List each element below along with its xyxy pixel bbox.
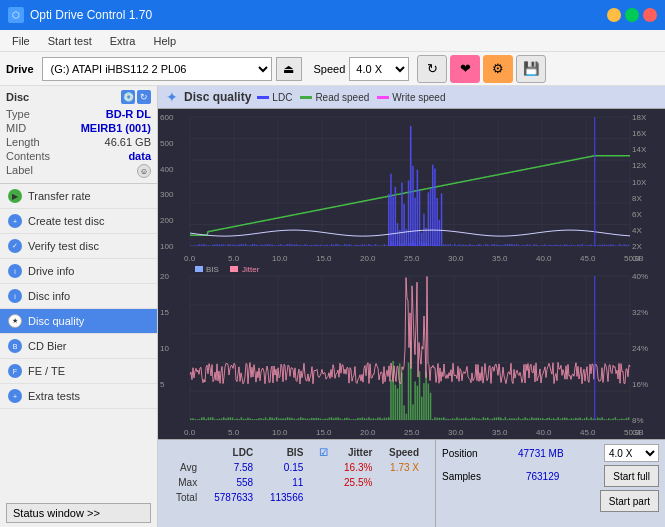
minimize-button[interactable]: –	[607, 8, 621, 22]
total-label: Total	[168, 491, 203, 504]
legend-write-color	[377, 96, 389, 99]
nav-disc-info[interactable]: i Disc info	[0, 284, 157, 309]
toolbar: Drive (G:) ATAPI iHBS112 2 PL06 ⏏ Speed …	[0, 52, 665, 86]
disc-refresh-icon[interactable]: ↻	[137, 90, 151, 104]
color-button[interactable]: ❤	[450, 55, 480, 83]
nav-verify-test-disc[interactable]: ✓ Verify test disc	[0, 234, 157, 259]
contents-value: data	[128, 150, 151, 162]
close-button[interactable]: ✕	[643, 8, 657, 22]
bis-jitter-chart	[158, 264, 665, 438]
speed-label: Speed	[314, 63, 346, 75]
type-value: BD-R DL	[106, 108, 151, 120]
menu-help[interactable]: Help	[145, 33, 184, 49]
settings-button[interactable]: ⚙	[483, 55, 513, 83]
drive-select[interactable]: (G:) ATAPI iHBS112 2 PL06	[42, 57, 272, 81]
nav-fe-te[interactable]: F FE / TE	[0, 359, 157, 384]
disc-quality-header: ✦ Disc quality LDC Read speed Write spee…	[158, 86, 665, 109]
app-title: Opti Drive Control 1.70	[30, 8, 152, 22]
label-icon: ☺	[137, 164, 151, 178]
samples-label: Samples	[442, 471, 481, 482]
disc-section-title: Disc	[6, 91, 29, 103]
max-jitter: 25.5%	[336, 476, 379, 489]
disc-label-label: Label	[6, 164, 33, 178]
nav-extra-tests[interactable]: + Extra tests	[0, 384, 157, 409]
total-ldc: 5787633	[205, 491, 259, 504]
start-full-button[interactable]: Start full	[604, 465, 659, 487]
drive-label: Drive	[6, 63, 34, 75]
menu-extra[interactable]: Extra	[102, 33, 144, 49]
total-bis: 113566	[261, 491, 309, 504]
avg-label: Avg	[168, 461, 203, 474]
dq-icon: ✦	[166, 89, 178, 105]
menu-bar: File Start test Extra Help	[0, 30, 665, 52]
nav-drive-info[interactable]: i Drive info	[0, 259, 157, 284]
chart-area	[158, 109, 665, 439]
nav-label-verify: Verify test disc	[28, 240, 99, 252]
disc-section: Disc 💿 ↻ Type BD-R DL MID MEIRB1 (001) L…	[0, 86, 157, 184]
refresh-button[interactable]: ↻	[417, 55, 447, 83]
col-jitter: Jitter	[336, 446, 379, 459]
nav-icon-extra: +	[8, 389, 22, 403]
stats-table: LDC BIS ☑ Jitter Speed Avg 7.58 0.15	[166, 444, 427, 506]
legend-read-color	[300, 96, 312, 99]
speed-right-select[interactable]: 4.0 X	[604, 444, 659, 462]
stats-left: LDC BIS ☑ Jitter Speed Avg 7.58 0.15	[158, 440, 435, 527]
length-label: Length	[6, 136, 40, 148]
nav-label-quality: Disc quality	[28, 315, 84, 327]
title-bar: ⬡ Opti Drive Control 1.70 – □ ✕	[0, 0, 665, 30]
nav-label-transfer: Transfer rate	[28, 190, 91, 202]
nav-label-drive: Drive info	[28, 265, 74, 277]
legend-ldc-color	[257, 96, 269, 99]
nav-icon-transfer: ▶	[8, 189, 22, 203]
max-ldc: 558	[205, 476, 259, 489]
nav-icon-fe-te: F	[8, 364, 22, 378]
menu-file[interactable]: File	[4, 33, 38, 49]
position-label: Position	[442, 448, 478, 459]
contents-label: Contents	[6, 150, 50, 162]
col-speed: Speed	[380, 446, 425, 459]
type-label: Type	[6, 108, 30, 120]
speed-select[interactable]: 4.0 X	[349, 57, 409, 81]
nav-icon-drive: i	[8, 264, 22, 278]
nav-icon-disc: i	[8, 289, 22, 303]
length-value: 46.61 GB	[105, 136, 151, 148]
maximize-button[interactable]: □	[625, 8, 639, 22]
save-button[interactable]: 💾	[516, 55, 546, 83]
menu-start-test[interactable]: Start test	[40, 33, 100, 49]
nav-icon-cd-bier: B	[8, 339, 22, 353]
max-label: Max	[168, 476, 203, 489]
chart-legend: LDC Read speed Write speed	[257, 92, 445, 103]
nav-disc-quality[interactable]: ★ Disc quality	[0, 309, 157, 334]
legend-read: Read speed	[315, 92, 369, 103]
position-value: 47731 MB	[518, 448, 564, 459]
ldc-chart	[158, 109, 665, 264]
legend-write: Write speed	[392, 92, 445, 103]
nav-create-test-disc[interactable]: + Create test disc	[0, 209, 157, 234]
avg-jitter: 16.3%	[336, 461, 379, 474]
status-window-button[interactable]: Status window >>	[6, 503, 151, 523]
nav-label-cd-bier: CD Bier	[28, 340, 67, 352]
avg-speed: 1.73 X	[380, 461, 425, 474]
start-part-button[interactable]: Start part	[600, 490, 659, 512]
col-jitter-check: ☑	[311, 446, 333, 459]
sidebar: Disc 💿 ↻ Type BD-R DL MID MEIRB1 (001) L…	[0, 86, 158, 527]
samples-value: 763129	[526, 471, 559, 482]
dq-title: Disc quality	[184, 90, 251, 104]
nav-icon-verify: ✓	[8, 239, 22, 253]
nav-icon-create: +	[8, 214, 22, 228]
nav-cd-bier[interactable]: B CD Bier	[0, 334, 157, 359]
legend-ldc: LDC	[272, 92, 292, 103]
nav-label-disc: Disc info	[28, 290, 70, 302]
app-icon: ⬡	[8, 7, 24, 23]
content-area: ✦ Disc quality LDC Read speed Write spee…	[158, 86, 665, 527]
avg-bis: 0.15	[261, 461, 309, 474]
max-bis: 11	[261, 476, 309, 489]
nav-transfer-rate[interactable]: ▶ Transfer rate	[0, 184, 157, 209]
avg-ldc: 7.58	[205, 461, 259, 474]
stats-right: Position 47731 MB 4.0 X Samples 763129 S…	[435, 440, 665, 527]
mid-value: MEIRB1 (001)	[81, 122, 151, 134]
nav-label-create: Create test disc	[28, 215, 104, 227]
col-ldc: LDC	[205, 446, 259, 459]
stats-bar: LDC BIS ☑ Jitter Speed Avg 7.58 0.15	[158, 439, 665, 527]
drive-eject-button[interactable]: ⏏	[276, 57, 302, 81]
